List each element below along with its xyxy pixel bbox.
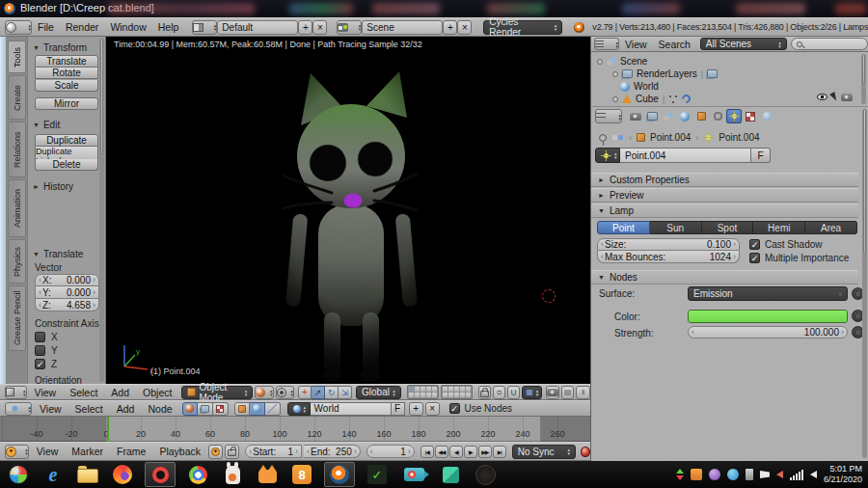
tab-object-data-icon[interactable] [726, 109, 742, 123]
menu-file[interactable]: File [32, 21, 60, 33]
view3d-menu-view[interactable]: View [29, 387, 63, 398]
taskbar-opera-active[interactable] [145, 462, 176, 487]
lamp-type-sun[interactable]: Sun [650, 221, 702, 234]
lock-to-scene-button[interactable] [478, 386, 491, 399]
taskbar-game-badge[interactable] [473, 462, 498, 487]
pause-render-button[interactable]: ‖ [576, 386, 590, 399]
shelf-tab-create[interactable]: Create [8, 75, 26, 120]
section-custom-properties[interactable]: ►Custom Properties [591, 173, 858, 187]
increment-icon[interactable]: › [841, 328, 844, 337]
taskbar-internet-explorer[interactable]: e [41, 462, 66, 487]
menu-window[interactable]: Window [104, 21, 151, 33]
increment-icon[interactable]: › [93, 301, 95, 310]
section-lamp[interactable]: ▼Lamp [591, 203, 858, 218]
taskbar-utility-app[interactable]: ✓ [365, 462, 390, 487]
expand-icon[interactable] [597, 59, 603, 65]
layers-grid-1[interactable] [407, 385, 439, 399]
translate-button[interactable]: Translate [35, 55, 98, 68]
lamp-type-point[interactable]: Point [597, 221, 650, 234]
tray-usb-icon[interactable] [746, 469, 753, 480]
manipulator-scale-icon[interactable]: ⇲ [339, 386, 352, 399]
node-menu-select[interactable]: Select [69, 403, 109, 415]
tray-clock[interactable]: 5:01 PM6/21/2020 [824, 464, 862, 485]
tray-updown-arrows-icon[interactable] [676, 469, 684, 480]
checkbox-unchecked[interactable] [35, 345, 45, 356]
view3d-menu-select[interactable]: Select [64, 387, 103, 398]
section-nodes[interactable]: ▼Nodes [591, 270, 858, 285]
type-linestyle-icon[interactable] [265, 402, 281, 416]
panel-header-edit[interactable]: ▼Edit [33, 120, 60, 130]
manipulator-axis-icon[interactable]: + [298, 386, 312, 399]
breadcrumb-data[interactable]: Point.004 [719, 132, 759, 143]
checkbox-checked[interactable]: ✓ [35, 359, 45, 369]
taskbar-file-explorer[interactable] [75, 462, 100, 487]
orientation-dropdown[interactable]: Global▴▾ [356, 386, 401, 399]
datablock-type-button[interactable]: ▴▾ [595, 148, 620, 163]
editor-type-button[interactable]: ▴▾ [5, 402, 32, 416]
tray-muted-volume-icon[interactable] [776, 471, 783, 478]
editor-type-button[interactable]: ▴▾ [5, 386, 27, 399]
constraint-y-row[interactable]: Y [35, 345, 58, 356]
layers-grid-2[interactable] [441, 385, 473, 399]
menu-render[interactable]: Render [60, 21, 104, 33]
lock-frame-button[interactable] [225, 445, 239, 459]
mirror-button[interactable]: Mirror [35, 97, 98, 110]
current-frame-field[interactable]: ‹1› [366, 445, 415, 458]
shelf-tab-animation[interactable]: Animation [8, 179, 26, 237]
manipulator-rotate-icon[interactable]: ↻ [325, 386, 339, 399]
snap-magnet-button[interactable]: ∪ [507, 386, 520, 399]
timeline-menu-frame[interactable]: Frame [111, 446, 151, 457]
screen-layout-dropdown[interactable]: Default [217, 20, 298, 35]
increment-icon[interactable]: › [408, 447, 411, 456]
tray-volume-icon[interactable] [810, 471, 817, 478]
node-menu-view[interactable]: View [34, 403, 68, 415]
taskbar-llama-app[interactable] [220, 462, 245, 487]
breadcrumb-object[interactable]: Point.004 [650, 132, 691, 143]
frame-end-field[interactable]: ‹End:250› [304, 445, 361, 458]
lamp-size-field[interactable]: ‹Size:0.100› [597, 238, 740, 251]
increment-icon[interactable]: › [733, 253, 736, 261]
lamp-type-spot[interactable]: Spot [702, 221, 754, 234]
node-menu-add[interactable]: Add [111, 403, 141, 415]
next-keyframe-button[interactable]: ▶▶ [478, 446, 492, 458]
outliner-row-renderlayers[interactable]: RenderLayers| [612, 68, 718, 80]
render-animation-button[interactable]: ▤ [561, 386, 574, 399]
mode-dropdown[interactable]: Object Mode▴▾ [181, 386, 253, 399]
expand-icon[interactable] [612, 71, 618, 77]
taskbar-blender-active[interactable] [324, 462, 355, 487]
tray-action-center-flag-icon[interactable] [760, 471, 770, 478]
lamp-max-bounces-field[interactable]: ‹Max Bounces:1024› [597, 251, 740, 263]
timeline-area[interactable]: -40 -20 0 20 40 60 80 100 120 140 160 18… [0, 417, 590, 442]
add-scene-button[interactable]: + [443, 20, 457, 35]
type-object-icon[interactable] [234, 402, 250, 416]
play-reverse-button[interactable]: ◀ [449, 446, 463, 458]
vector-x-field[interactable]: ‹X:0.000› [35, 274, 99, 286]
operator-panel-header[interactable]: ▼Translate [33, 249, 83, 259]
render-engine-dropdown[interactable]: Cycles Render▴▾ [483, 20, 562, 35]
taskbar-orange-app[interactable]: 8 [289, 462, 314, 487]
editor-type-button[interactable]: ▴▾ [594, 38, 619, 50]
delete-button[interactable]: Delete [35, 159, 98, 171]
lamp-type-area[interactable]: Area [805, 221, 857, 234]
screen-layout-icon-button[interactable]: ▴▾ [192, 20, 217, 35]
shelf-tab-relations[interactable]: Relations [8, 122, 26, 177]
fake-user-button[interactable]: F [751, 148, 771, 163]
strength-field[interactable]: ‹100.000› [688, 326, 848, 339]
taskbar-screen-recorder[interactable] [399, 462, 428, 487]
tab-render-layers-icon[interactable] [644, 109, 660, 123]
expand-icon[interactable] [612, 96, 618, 102]
multiple-importance-row[interactable]: ✓Multiple Importance [749, 253, 849, 263]
editor-type-button[interactable]: ▴▾ [595, 109, 622, 123]
world-fake-user-button[interactable]: F [392, 402, 405, 416]
constraint-z-row[interactable]: ✓Z [35, 359, 57, 369]
tab-world-icon[interactable] [677, 109, 692, 123]
editor-type-button[interactable]: ▴▾ [5, 20, 32, 35]
viewport-3d[interactable]: Time:00:04.99 | Mem:60.57M, Peak:60.58M … [106, 37, 590, 384]
cast-shadow-row[interactable]: ✓Cast Shadow [749, 239, 822, 250]
panel-header-transform[interactable]: ▼Transform [33, 42, 87, 53]
lamp-type-hemi[interactable]: Hemi [753, 221, 805, 234]
outliner-scrollbar[interactable] [861, 54, 866, 104]
checkbox-checked[interactable]: ✓ [449, 403, 460, 414]
tray-purple-app-icon[interactable] [709, 469, 720, 480]
tab-object-icon[interactable] [693, 109, 709, 123]
